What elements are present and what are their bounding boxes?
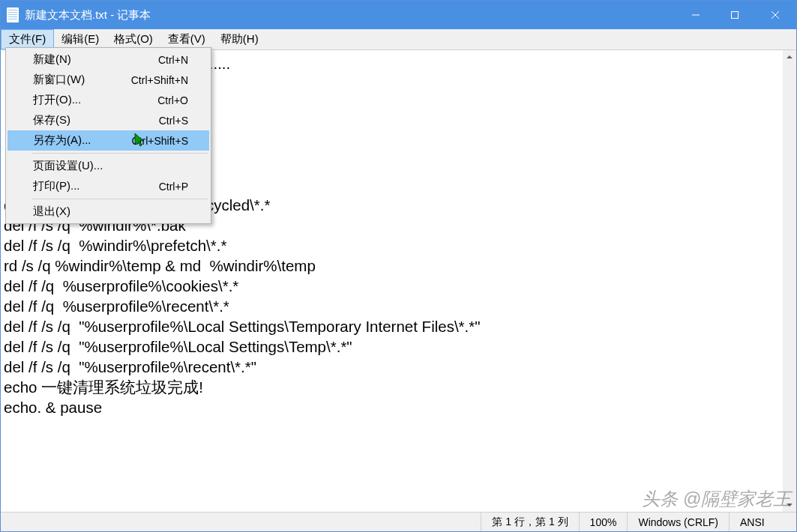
watermark-text: 头条 @隔壁家老王: [642, 487, 791, 511]
notepad-icon: [7, 7, 19, 22]
file-menu-dropdown: 新建(N)Ctrl+N新窗口(W)Ctrl+Shift+N打开(O)...Ctr…: [5, 47, 211, 224]
statusbar: 第 1 行，第 1 列 100% Windows (CRLF) ANSI: [1, 512, 796, 531]
file-menu-item-1[interactable]: 新窗口(W)Ctrl+Shift+N: [7, 70, 209, 90]
menu-item-label: 打印(P)...: [33, 179, 159, 193]
status-position: 第 1 行，第 1 列: [481, 513, 578, 531]
menu-item-label: 打开(O)...: [33, 93, 157, 107]
file-menu-item-2[interactable]: 打开(O)...Ctrl+O: [7, 90, 209, 110]
titlebar: 新建文本文档.txt - 记事本: [1, 1, 796, 29]
menu-item-2[interactable]: 格式(O): [106, 29, 160, 49]
file-menu-item-3[interactable]: 保存(S)Ctrl+S: [7, 110, 209, 130]
window-controls: [676, 1, 796, 29]
maximize-button[interactable]: [715, 1, 754, 29]
status-zoom: 100%: [579, 513, 628, 531]
menu-item-shortcut: Ctrl+P: [159, 181, 188, 193]
file-menu-item-0[interactable]: 新建(N)Ctrl+N: [7, 49, 209, 70]
scroll-track[interactable]: [783, 64, 796, 498]
menu-item-label: 新建(N): [33, 52, 158, 67]
menu-item-4[interactable]: 帮助(H): [213, 29, 266, 49]
file-menu-item-4[interactable]: 另存为(A)...Ctrl+Shift+S: [7, 130, 209, 151]
status-eol: Windows (CRLF): [627, 513, 729, 531]
minimize-button[interactable]: [676, 1, 715, 29]
menu-item-shortcut: Ctrl+S: [159, 115, 188, 127]
vertical-scrollbar[interactable]: [783, 50, 796, 512]
menu-item-label: 新窗口(W): [33, 73, 131, 87]
menu-item-shortcut: Ctrl+Shift+N: [131, 74, 188, 86]
menu-item-1[interactable]: 编辑(E): [54, 29, 106, 49]
menu-item-label: 保存(S): [33, 113, 159, 127]
menu-separator: [31, 153, 208, 154]
file-menu-item-7[interactable]: 打印(P)...Ctrl+P: [7, 176, 209, 196]
status-encoding: ANSI: [729, 513, 796, 531]
mouse-cursor-icon: [134, 133, 146, 148]
menu-item-label: 页面设置(U)...: [33, 159, 188, 173]
menu-item-3[interactable]: 查看(V): [160, 29, 213, 49]
menu-item-shortcut: Ctrl+O: [157, 94, 188, 106]
menu-item-label: 退出(X): [33, 205, 188, 219]
file-menu-item-6[interactable]: 页面设置(U)...: [7, 156, 209, 176]
menu-item-0[interactable]: 文件(F): [1, 29, 54, 49]
file-menu-item-9[interactable]: 退出(X): [7, 202, 209, 222]
menu-item-label: 另存为(A)...: [33, 133, 132, 148]
close-button[interactable]: [754, 1, 796, 29]
window-title: 新建文本文档.txt - 记事本: [25, 8, 676, 22]
menu-separator: [31, 199, 208, 199]
menu-item-shortcut: Ctrl+N: [158, 54, 188, 66]
scroll-up-icon[interactable]: [783, 50, 796, 64]
svg-rect-1: [732, 12, 739, 19]
